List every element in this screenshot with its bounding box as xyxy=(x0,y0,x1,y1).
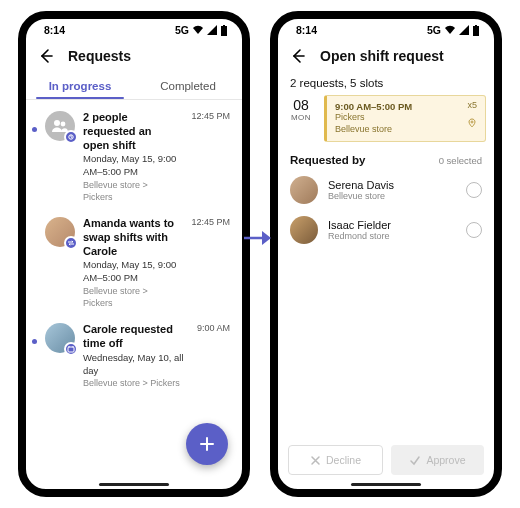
phone-requests-list: 8:14 5G Requests In progress Completed xyxy=(18,11,250,497)
group-avatar xyxy=(45,111,75,141)
select-radio[interactable] xyxy=(466,182,482,198)
request-item[interactable]: Carole requested time off Wednesday, May… xyxy=(26,316,242,396)
button-label: Decline xyxy=(326,454,361,466)
request-title: Carole requested time off xyxy=(83,323,185,351)
svg-point-3 xyxy=(61,122,66,127)
request-time: 9:00 AM xyxy=(197,323,230,333)
wifi-icon xyxy=(192,25,204,35)
request-crumb: Bellevue store > Pickers xyxy=(83,179,179,203)
network-label: 5G xyxy=(175,24,189,36)
network-label: 5G xyxy=(427,24,441,36)
battery-icon xyxy=(220,25,228,36)
tab-in-progress[interactable]: In progress xyxy=(26,73,134,99)
phone-open-shift-detail: 8:14 5G Open shift request 2 requests, 5… xyxy=(270,11,502,497)
request-item[interactable]: 2 people requested an open shift Monday,… xyxy=(26,104,242,210)
page-title: Requests xyxy=(68,48,131,64)
svg-point-8 xyxy=(471,121,473,123)
selected-count: 0 selected xyxy=(439,155,482,166)
person-location: Redmond store xyxy=(328,231,456,241)
request-item[interactable]: Amanda wants to swap shifts with Carole … xyxy=(26,210,242,316)
status-bar: 8:14 5G xyxy=(278,19,494,41)
shift-store: Bellevue store xyxy=(335,124,477,136)
clock: 8:14 xyxy=(296,24,317,36)
header: Open shift request xyxy=(278,41,494,73)
select-radio[interactable] xyxy=(466,222,482,238)
svg-rect-5 xyxy=(68,347,74,352)
request-time: 12:45 PM xyxy=(191,217,230,227)
check-icon xyxy=(409,455,421,466)
status-icons: 5G xyxy=(427,24,480,36)
wifi-icon xyxy=(444,25,456,35)
tab-label: Completed xyxy=(160,80,216,92)
back-button[interactable] xyxy=(290,47,308,65)
approve-button[interactable]: Approve xyxy=(391,445,484,475)
button-label: Approve xyxy=(426,454,465,466)
svg-rect-1 xyxy=(223,25,225,26)
request-crumb: Bellevue store > Pickers xyxy=(83,285,179,309)
person-row[interactable]: Isaac Fielder Redmond store xyxy=(278,210,494,250)
shift-role: Pickers xyxy=(335,112,477,124)
page-title: Open shift request xyxy=(320,48,444,64)
request-title: Amanda wants to swap shifts with Carole xyxy=(83,217,179,258)
svg-rect-0 xyxy=(221,26,227,36)
summary-line: 2 requests, 5 slots xyxy=(278,73,494,95)
requested-by-header: Requested by 0 selected xyxy=(278,142,494,170)
request-when: Monday, May 15, 9:00 AM–5:00 PM xyxy=(83,259,179,285)
shift-time: 9:00 AM–5:00 PM xyxy=(335,101,477,112)
tabs: In progress Completed xyxy=(26,73,242,99)
avatar xyxy=(45,323,75,353)
fab-new-request[interactable] xyxy=(186,423,228,465)
openshift-badge-icon xyxy=(64,130,78,144)
status-icons: 5G xyxy=(175,24,228,36)
battery-icon xyxy=(472,25,480,36)
plus-icon xyxy=(198,435,216,453)
swap-badge-icon xyxy=(64,236,78,250)
signal-icon xyxy=(459,25,469,35)
back-button[interactable] xyxy=(38,47,56,65)
header: Requests xyxy=(26,41,242,73)
request-when: Monday, May 15, 9:00 AM–5:00 PM xyxy=(83,153,179,179)
person-name: Isaac Fielder xyxy=(328,219,456,231)
shift-card[interactable]: 9:00 AM–5:00 PM Pickers Bellevue store x… xyxy=(324,95,486,142)
signal-icon xyxy=(207,25,217,35)
tab-label: In progress xyxy=(49,80,112,92)
location-pin-icon xyxy=(467,114,477,132)
tab-completed[interactable]: Completed xyxy=(134,73,242,99)
person-name: Serena Davis xyxy=(328,179,456,191)
person-location: Bellevue store xyxy=(328,191,456,201)
home-indicator xyxy=(351,483,421,486)
unread-dot xyxy=(32,127,37,132)
decline-button[interactable]: Decline xyxy=(288,445,383,475)
request-crumb: Bellevue store > Pickers xyxy=(83,377,185,389)
flow-arrow-icon xyxy=(242,228,274,248)
request-when: Wednesday, May 10, all day xyxy=(83,352,185,378)
slot-count: x5 xyxy=(467,100,477,110)
home-indicator xyxy=(99,483,169,486)
avatar xyxy=(290,216,318,244)
svg-rect-7 xyxy=(475,25,477,26)
avatar xyxy=(45,217,75,247)
clock: 8:14 xyxy=(44,24,65,36)
avatar xyxy=(290,176,318,204)
status-bar: 8:14 5G xyxy=(26,19,242,41)
date-column: 08 MON xyxy=(286,95,316,142)
action-bar: Decline Approve xyxy=(288,445,484,475)
request-title: 2 people requested an open shift xyxy=(83,111,179,152)
person-row[interactable]: Serena Davis Bellevue store xyxy=(278,170,494,210)
section-title: Requested by xyxy=(290,154,365,166)
svg-point-2 xyxy=(54,120,60,126)
unread-dot xyxy=(32,339,37,344)
svg-rect-6 xyxy=(473,26,479,36)
timeoff-badge-icon xyxy=(64,342,78,356)
request-time: 12:45 PM xyxy=(191,111,230,121)
shift-row: 08 MON 9:00 AM–5:00 PM Pickers Bellevue … xyxy=(278,95,494,142)
date-day: MON xyxy=(286,113,316,122)
x-icon xyxy=(310,455,321,466)
date-num: 08 xyxy=(286,97,316,113)
